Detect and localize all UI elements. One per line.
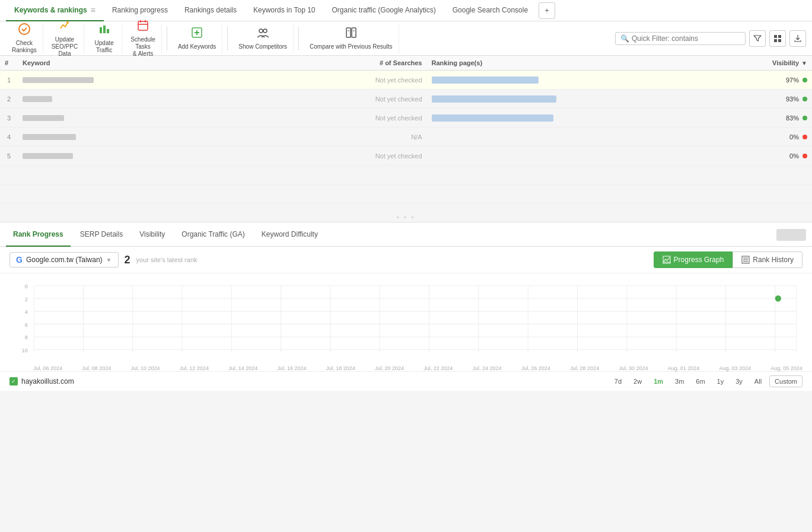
tab-google-search-console[interactable]: Google Search Console (444, 0, 536, 21)
keyword-bar (23, 96, 52, 102)
svg-text:6: 6 (25, 321, 28, 327)
table-row[interactable]: 5 Not yet checked 0% (0, 146, 812, 165)
grid-view-button[interactable] (769, 30, 786, 47)
tab-serp-details[interactable]: SERP Details (73, 223, 130, 247)
time-6m[interactable]: 6m (692, 376, 709, 387)
site-badge: hayakoillust.com (9, 377, 74, 386)
svg-text:4: 4 (25, 308, 28, 315)
google-icon: G (16, 255, 23, 265)
quick-filter-input[interactable] (632, 34, 740, 43)
check-rankings-button[interactable]: Check Rankings (6, 24, 43, 53)
time-2w[interactable]: 2w (629, 376, 646, 387)
add-keywords-icon (190, 26, 203, 42)
visibility-dot (803, 116, 807, 120)
rank-history-button[interactable]: Rank History (733, 251, 803, 268)
svg-rect-5 (138, 21, 148, 30)
table-header: # Keyword # of Searches Ranking page(s) … (0, 56, 812, 71)
tab-rankings-details[interactable]: Rankings details (176, 0, 245, 21)
time-7d[interactable]: 7d (610, 376, 626, 387)
row-keyword (18, 132, 332, 142)
row-ranking (427, 74, 741, 86)
row-keyword (18, 151, 332, 161)
bottom-panel: Rank Progress SERP Details Visibility Or… (0, 222, 812, 391)
search-engine-select[interactable]: G Google.com.tw (Taiwan) ▼ (9, 252, 119, 267)
toolbar-right: 🔍 (615, 30, 806, 47)
tab-rank-progress[interactable]: Rank Progress (6, 223, 71, 247)
chart-svg: 0 2 4 6 8 10 (9, 279, 803, 362)
tab-ranking-progress[interactable]: Ranking progress (104, 0, 176, 21)
tab-organic-traffic[interactable]: Organic traffic (Google Analytics) (324, 0, 444, 21)
show-competitors-icon (256, 26, 269, 42)
svg-rect-18 (774, 35, 777, 38)
add-tab-button[interactable]: + (539, 2, 555, 19)
row-visibility: 83% (741, 112, 812, 124)
tab-keyword-difficulty[interactable]: Keyword Difficulty (254, 223, 325, 247)
toolbar-separator-3 (298, 27, 299, 50)
update-seo-ppc-button[interactable]: Update SEO/PPC Data (46, 24, 84, 53)
progress-graph-button[interactable]: Progress Graph (654, 251, 733, 268)
row-visibility: 97% (741, 74, 812, 86)
svg-rect-14 (346, 28, 351, 37)
drag-handle[interactable]: • • • (0, 213, 812, 222)
search-icon: 🔍 (620, 34, 629, 43)
x-axis-labels: Jul, 06 2024 Jul, 08 2024 Jul, 10 2024 J… (9, 364, 803, 371)
site-checkbox[interactable] (9, 377, 18, 386)
tab-visibility[interactable]: Visibility (132, 223, 172, 247)
menu-icon[interactable]: ≡ (91, 5, 95, 15)
time-3m[interactable]: 3m (671, 376, 688, 387)
visibility-dot (803, 97, 807, 101)
tab-keywords-top10[interactable]: Keywords in Top 10 (245, 0, 324, 21)
visibility-dot (803, 135, 807, 139)
bottom-tabs: Rank Progress SERP Details Visibility Or… (0, 223, 812, 247)
row-visibility: 93% (741, 93, 812, 105)
toolbar: Check Rankings Update SEO/PPC Data Updat… (0, 21, 812, 56)
row-ranking (427, 93, 741, 105)
quick-filter-box[interactable]: 🔍 (615, 32, 746, 45)
compare-results-button[interactable]: Compare with Previous Results (304, 24, 399, 53)
svg-rect-4 (107, 29, 109, 33)
row-ranking (427, 112, 741, 124)
ranking-bar (432, 114, 553, 122)
table-row-empty (0, 165, 812, 184)
table-body: 1 Not yet checked 97% 2 Not yet checked … (0, 71, 812, 213)
col-visibility[interactable]: Visibility ▼ (741, 59, 812, 66)
tab-keywords-rankings[interactable]: Keywords & rankings ≡ (6, 0, 104, 21)
time-1y[interactable]: 1y (713, 376, 728, 387)
svg-text:8: 8 (25, 334, 28, 340)
add-keywords-button[interactable]: Add Keywords (172, 24, 222, 53)
sort-icon[interactable]: ▼ (801, 60, 807, 66)
keyword-bar (23, 77, 94, 83)
filter-icon-button[interactable] (749, 30, 766, 47)
time-3y[interactable]: 3y (731, 376, 747, 387)
rank-label: your site's latest rank (136, 256, 198, 263)
row-num: 5 (0, 150, 18, 162)
check-rankings-icon (18, 23, 31, 39)
update-seo-ppc-icon (58, 19, 71, 35)
table-row[interactable]: 4 N/A 0% (0, 128, 812, 146)
svg-point-13 (263, 29, 267, 33)
schedule-tasks-button[interactable]: Schedule Tasks & Alerts (125, 24, 162, 53)
update-traffic-button[interactable]: Update Traffic (87, 24, 122, 53)
time-1m[interactable]: 1m (649, 376, 667, 387)
row-searches: Not yet checked (332, 93, 427, 105)
visibility-dot (803, 78, 807, 82)
bottom-tab-right (776, 229, 806, 241)
svg-text:0: 0 (25, 283, 28, 289)
svg-point-12 (259, 29, 263, 33)
table-row[interactable]: 1 Not yet checked 97% (0, 71, 812, 90)
table-row[interactable]: 2 Not yet checked 93% (0, 90, 812, 109)
time-custom[interactable]: Custom (769, 375, 803, 387)
export-button[interactable] (789, 30, 806, 47)
row-visibility: 0% (741, 150, 812, 162)
row-num: 3 (0, 112, 18, 124)
time-all[interactable]: All (750, 376, 766, 387)
show-competitors-button[interactable]: Show Competitors (233, 24, 294, 53)
row-searches: Not yet checked (332, 112, 427, 124)
row-num: 1 (0, 74, 18, 86)
table-row[interactable]: 3 Not yet checked 83% (0, 109, 812, 128)
svg-point-1 (66, 21, 69, 24)
col-keyword: Keyword (18, 59, 332, 66)
toolbar-separator-1 (167, 27, 167, 50)
row-keyword (18, 94, 332, 104)
tab-organic-traffic-ga[interactable]: Organic Traffic (GA) (174, 223, 251, 247)
